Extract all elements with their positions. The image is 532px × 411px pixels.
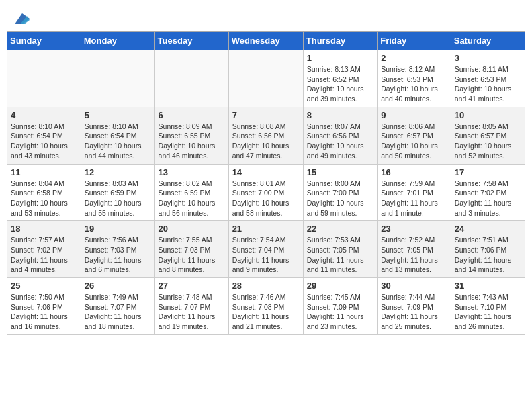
day-number: 31 [455,281,521,291]
calendar-cell: 21Sunrise: 7:54 AM Sunset: 7:04 PM Dayli… [228,221,303,278]
day-info: Sunrise: 7:44 AM Sunset: 7:09 PM Dayligh… [381,292,447,332]
day-number: 30 [381,281,447,291]
day-number: 28 [232,281,300,291]
day-info: Sunrise: 8:13 AM Sunset: 6:52 PM Dayligh… [307,64,373,104]
calendar-cell: 28Sunrise: 7:46 AM Sunset: 7:08 PM Dayli… [228,278,303,335]
calendar-cell [228,50,303,107]
calendar-cell: 8Sunrise: 8:07 AM Sunset: 6:56 PM Daylig… [303,107,377,164]
day-info: Sunrise: 8:00 AM Sunset: 7:00 PM Dayligh… [307,179,373,218]
logo [13,13,30,24]
calendar-day-header: Tuesday [154,32,228,50]
calendar-cell: 15Sunrise: 8:00 AM Sunset: 7:00 PM Dayli… [303,164,377,221]
day-number: 9 [381,110,447,120]
day-info: Sunrise: 7:59 AM Sunset: 7:01 PM Dayligh… [381,179,447,218]
day-info: Sunrise: 8:04 AM Sunset: 6:58 PM Dayligh… [11,179,77,218]
day-info: Sunrise: 8:09 AM Sunset: 6:55 PM Dayligh… [159,122,225,161]
calendar-cell: 3Sunrise: 8:11 AM Sunset: 6:53 PM Daylig… [451,50,525,107]
calendar-day-header: Saturday [451,32,525,50]
day-info: Sunrise: 8:01 AM Sunset: 7:00 PM Dayligh… [232,179,300,218]
day-number: 13 [159,167,225,177]
calendar-cell: 16Sunrise: 7:59 AM Sunset: 7:01 PM Dayli… [378,164,451,221]
calendar-cell: 17Sunrise: 7:58 AM Sunset: 7:02 PM Dayli… [451,164,525,221]
day-info: Sunrise: 8:12 AM Sunset: 6:53 PM Dayligh… [381,64,447,104]
calendar-cell: 14Sunrise: 8:01 AM Sunset: 7:00 PM Dayli… [228,164,303,221]
day-number: 25 [11,281,77,291]
calendar-header-row: SundayMondayTuesdayWednesdayThursdayFrid… [7,32,525,50]
day-number: 22 [307,224,373,234]
day-number: 7 [232,110,300,120]
day-info: Sunrise: 7:55 AM Sunset: 7:03 PM Dayligh… [159,235,225,275]
day-number: 6 [159,110,225,120]
calendar-week-row: 11Sunrise: 8:04 AM Sunset: 6:58 PM Dayli… [7,164,525,221]
day-info: Sunrise: 7:51 AM Sunset: 7:06 PM Dayligh… [455,235,521,275]
day-number: 4 [11,110,77,120]
day-number: 12 [85,167,151,177]
calendar-cell: 25Sunrise: 7:50 AM Sunset: 7:06 PM Dayli… [7,278,81,335]
calendar-cell: 29Sunrise: 7:45 AM Sunset: 7:09 PM Dayli… [303,278,377,335]
day-info: Sunrise: 8:06 AM Sunset: 6:57 PM Dayligh… [381,122,447,161]
calendar-cell: 5Sunrise: 8:10 AM Sunset: 6:54 PM Daylig… [81,107,154,164]
day-number: 29 [307,281,373,291]
calendar-day-header: Monday [81,32,154,50]
day-info: Sunrise: 7:49 AM Sunset: 7:07 PM Dayligh… [85,292,151,332]
calendar-cell: 1Sunrise: 8:13 AM Sunset: 6:52 PM Daylig… [303,50,377,107]
calendar-cell: 26Sunrise: 7:49 AM Sunset: 7:07 PM Dayli… [81,278,154,335]
day-number: 23 [381,224,447,234]
day-info: Sunrise: 8:08 AM Sunset: 6:56 PM Dayligh… [232,122,300,161]
calendar-cell: 6Sunrise: 8:09 AM Sunset: 6:55 PM Daylig… [154,107,228,164]
calendar-day-header: Sunday [7,32,81,50]
calendar-cell: 11Sunrise: 8:04 AM Sunset: 6:58 PM Dayli… [7,164,81,221]
calendar-cell: 24Sunrise: 7:51 AM Sunset: 7:06 PM Dayli… [451,221,525,278]
calendar-week-row: 25Sunrise: 7:50 AM Sunset: 7:06 PM Dayli… [7,278,525,335]
day-number: 3 [455,53,521,63]
calendar-week-row: 18Sunrise: 7:57 AM Sunset: 7:02 PM Dayli… [7,221,525,278]
calendar-cell: 18Sunrise: 7:57 AM Sunset: 7:02 PM Dayli… [7,221,81,278]
day-info: Sunrise: 8:02 AM Sunset: 6:59 PM Dayligh… [159,179,225,218]
calendar-cell: 12Sunrise: 8:03 AM Sunset: 6:59 PM Dayli… [81,164,154,221]
day-number: 2 [381,53,447,63]
day-number: 19 [85,224,151,234]
day-number: 8 [307,110,373,120]
calendar-cell: 31Sunrise: 7:43 AM Sunset: 7:10 PM Dayli… [451,278,525,335]
calendar-cell: 2Sunrise: 8:12 AM Sunset: 6:53 PM Daylig… [378,50,451,107]
calendar-cell: 19Sunrise: 7:56 AM Sunset: 7:03 PM Dayli… [81,221,154,278]
calendar-week-row: 4Sunrise: 8:10 AM Sunset: 6:54 PM Daylig… [7,107,525,164]
day-info: Sunrise: 7:48 AM Sunset: 7:07 PM Dayligh… [159,292,225,332]
day-info: Sunrise: 7:43 AM Sunset: 7:10 PM Dayligh… [455,292,521,332]
day-number: 27 [159,281,225,291]
calendar-cell: 9Sunrise: 8:06 AM Sunset: 6:57 PM Daylig… [378,107,451,164]
calendar-cell: 10Sunrise: 8:05 AM Sunset: 6:57 PM Dayli… [451,107,525,164]
day-number: 5 [85,110,151,120]
calendar-day-header: Friday [378,32,451,50]
calendar-cell: 27Sunrise: 7:48 AM Sunset: 7:07 PM Dayli… [154,278,228,335]
day-info: Sunrise: 8:10 AM Sunset: 6:54 PM Dayligh… [85,122,151,161]
day-info: Sunrise: 7:45 AM Sunset: 7:09 PM Dayligh… [307,292,373,332]
day-info: Sunrise: 7:54 AM Sunset: 7:04 PM Dayligh… [232,235,300,275]
calendar-cell: 23Sunrise: 7:52 AM Sunset: 7:05 PM Dayli… [378,221,451,278]
day-number: 1 [307,53,373,63]
day-info: Sunrise: 7:57 AM Sunset: 7:02 PM Dayligh… [11,235,77,275]
day-info: Sunrise: 7:50 AM Sunset: 7:06 PM Dayligh… [11,292,77,332]
calendar-day-header: Thursday [303,32,377,50]
calendar-cell: 7Sunrise: 8:08 AM Sunset: 6:56 PM Daylig… [228,107,303,164]
day-info: Sunrise: 7:46 AM Sunset: 7:08 PM Dayligh… [232,292,300,332]
calendar-cell: 4Sunrise: 8:10 AM Sunset: 6:54 PM Daylig… [7,107,81,164]
day-number: 16 [381,167,447,177]
calendar-cell [154,50,228,107]
day-number: 14 [232,167,300,177]
day-number: 21 [232,224,300,234]
day-info: Sunrise: 7:58 AM Sunset: 7:02 PM Dayligh… [455,179,521,218]
day-number: 15 [307,167,373,177]
logo-icon [15,13,30,24]
day-number: 20 [159,224,225,234]
calendar-cell: 22Sunrise: 7:53 AM Sunset: 7:05 PM Dayli… [303,221,377,278]
day-number: 24 [455,224,521,234]
day-info: Sunrise: 7:52 AM Sunset: 7:05 PM Dayligh… [381,235,447,275]
calendar-table: SundayMondayTuesdayWednesdayThursdayFrid… [7,31,525,335]
day-number: 26 [85,281,151,291]
calendar-cell [7,50,81,107]
calendar-day-header: Wednesday [228,32,303,50]
day-number: 18 [11,224,77,234]
day-info: Sunrise: 8:03 AM Sunset: 6:59 PM Dayligh… [85,179,151,218]
calendar-cell: 30Sunrise: 7:44 AM Sunset: 7:09 PM Dayli… [378,278,451,335]
